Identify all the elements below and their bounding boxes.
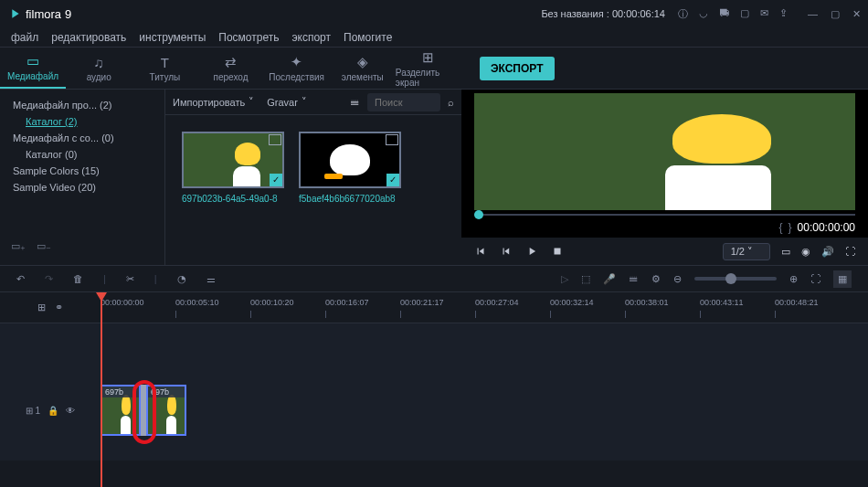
tree-project-media[interactable]: Медиафайл про... (2) xyxy=(5,97,159,113)
lock-icon[interactable]: 🔒 xyxy=(48,406,58,416)
ruler-tick: 00:00:10:20 xyxy=(250,298,294,307)
prev-frame-button[interactable] xyxy=(474,245,487,258)
zoom-out-icon[interactable]: ⊖ xyxy=(673,273,682,285)
cart-icon[interactable]: ⛟ xyxy=(719,7,729,21)
search-icon[interactable]: ⌕ xyxy=(448,97,454,108)
play-button[interactable] xyxy=(525,245,538,258)
tree-catalog-2[interactable]: Каталог (0) xyxy=(5,146,159,163)
playhead[interactable] xyxy=(101,292,102,487)
preview-timecode: 00:00:00:00 xyxy=(798,221,855,234)
search-input[interactable] xyxy=(367,93,440,111)
render-icon[interactable]: ▷ xyxy=(561,273,568,285)
save-icon[interactable]: ▢ xyxy=(740,7,749,21)
voiceover-icon[interactable]: ⬚ xyxy=(581,273,590,285)
gear-icon[interactable]: ⚙ xyxy=(651,273,661,285)
stop-button[interactable] xyxy=(551,245,564,258)
mic-icon[interactable]: ⇪ xyxy=(779,7,788,21)
ruler-tick: 00:00:38:01 xyxy=(625,298,669,307)
adjust-button[interactable]: ⚌ xyxy=(206,273,216,285)
volume-icon[interactable]: 🔊 xyxy=(821,246,834,258)
tab-transition[interactable]: ⇄переход xyxy=(197,48,263,89)
playback-controls: 1/2 ˅ ▭ ◉ 🔊 ⛶ xyxy=(461,238,868,265)
tab-elements[interactable]: ◈элементы xyxy=(330,48,396,89)
redo-button[interactable]: ↷ xyxy=(45,273,53,285)
timeline-toolbar: ↶ ↷ 🗑 | ✂ | ◔ ⚌ ▷ ⬚ 🎤 ⩸ ⚙ ⊖ ⊕ ⛶ ▦ xyxy=(0,265,868,292)
maximize-button[interactable]: ▢ xyxy=(831,8,840,20)
timeline-clip-1[interactable]: 697b xyxy=(101,385,141,436)
ruler-tick: 00:00:16:07 xyxy=(325,298,369,307)
zoom-in-icon[interactable]: ⊕ xyxy=(789,273,798,285)
media-tabs: ▭Медиафайл ♫аудио TТитулы ⇄переход ✦Посл… xyxy=(0,48,461,90)
zoom-fit-icon[interactable]: ⛶ xyxy=(810,273,820,284)
zoom-slider[interactable] xyxy=(694,277,777,281)
delete-button[interactable]: 🗑 xyxy=(73,273,83,284)
mic-icon-2[interactable]: 🎤 xyxy=(603,273,616,285)
close-button[interactable]: ✕ xyxy=(852,8,861,20)
tree-sample-video[interactable]: Sample Video (20) xyxy=(5,179,159,196)
mail-icon[interactable]: ✉ xyxy=(760,7,768,21)
ruler-tick: 00:00:48:21 xyxy=(775,298,819,307)
timeline-clip-2[interactable]: 697b xyxy=(146,385,186,436)
link-icon[interactable]: ⚭ xyxy=(55,302,63,313)
project-title: Без названия : 00:00:06:14 xyxy=(541,8,665,19)
chevron-down-icon: ˅ xyxy=(249,96,254,108)
media-clip-1[interactable]: ✓ 697b023b-64a5-49a0-8 xyxy=(182,132,284,204)
tree-sample-colors[interactable]: Sample Colors (15) xyxy=(5,163,159,179)
preview-progress[interactable] xyxy=(474,212,855,217)
filter-icon[interactable]: ⩸ xyxy=(350,97,360,108)
ruler-tick: 00:00:32:14 xyxy=(550,298,594,307)
export-button[interactable]: ЭКСПОРТ xyxy=(480,57,555,80)
media-clip-2[interactable]: ✓ f5baef4b6b6677020ab8 xyxy=(299,132,401,204)
mark-in-icon[interactable]: { xyxy=(779,221,783,234)
ruler-tick: 00:00:27:04 xyxy=(475,298,519,307)
tab-media[interactable]: ▭Медиафайл xyxy=(0,48,66,89)
browser-toolbar: Импортировать ˅ Gravar ˅ ⩸ ⌕ xyxy=(165,90,461,115)
menu-tools[interactable]: инструменты xyxy=(139,31,206,44)
mark-out-icon[interactable]: } xyxy=(789,221,792,234)
tab-effects[interactable]: ✦Последствия xyxy=(264,48,330,89)
speed-select[interactable]: 1/2 ˅ xyxy=(723,243,770,260)
media-tree: Медиафайл про... (2) Каталог (2) Медиафа… xyxy=(0,90,164,265)
new-folder-icon[interactable]: ▭₊ xyxy=(11,240,26,252)
chevron-down-icon: ˅ xyxy=(302,96,307,108)
fullscreen-icon[interactable]: ⛶ xyxy=(845,246,855,257)
ruler-tick: 00:00:43:11 xyxy=(700,298,744,307)
step-back-button[interactable] xyxy=(500,245,513,258)
timeline-tracks: ⊞ 1 🔒 👁 697b 697b xyxy=(0,323,868,461)
info-icon[interactable]: ⓘ xyxy=(678,7,688,21)
ruler-tick: 00:00:00:00 xyxy=(101,298,144,307)
delete-folder-icon[interactable]: ▭₋ xyxy=(37,240,51,252)
tree-shared-media[interactable]: Медиафайл с со... (0) xyxy=(5,130,159,146)
track-header-v1[interactable]: ⊞ 1 🔒 👁 xyxy=(0,406,101,416)
ruler-tick: 00:00:21:17 xyxy=(400,298,444,307)
tab-audio[interactable]: ♫аудио xyxy=(66,48,132,89)
ruler-tick: 00:00:05:10 xyxy=(175,298,219,307)
marker-button[interactable]: ◔ xyxy=(177,273,186,285)
tab-split[interactable]: ⊞Разделить экран xyxy=(396,48,461,89)
cut-button[interactable]: ✂ xyxy=(126,273,134,285)
mixer-icon[interactable]: ⩸ xyxy=(629,273,639,284)
tree-catalog[interactable]: Каталог (2) xyxy=(5,113,159,130)
settings-icon[interactable]: ▦ xyxy=(833,270,852,288)
media-thumbnails: ✓ 697b023b-64a5-49a0-8 ✓ f5baef4b6b66770… xyxy=(165,115,461,220)
menubar: файл редактировать инструменты Посмотрет… xyxy=(0,27,868,48)
menu-export[interactable]: экспорт xyxy=(291,31,331,44)
timeline-ruler[interactable]: ⊞ ⚭ 00:00:00:0000:00:05:1000:00:10:2000:… xyxy=(0,292,868,323)
display-icon[interactable]: ▭ xyxy=(781,246,790,258)
tab-titles[interactable]: TТитулы xyxy=(132,48,197,89)
menu-edit[interactable]: редактировать xyxy=(51,31,126,44)
user-icon[interactable]: ◡ xyxy=(699,7,708,21)
menu-view[interactable]: Посмотреть xyxy=(218,31,279,44)
menu-file[interactable]: файл xyxy=(11,31,38,44)
menu-help[interactable]: Помогите xyxy=(344,31,392,44)
minimize-button[interactable]: — xyxy=(808,8,818,20)
titlebar: filmora9 Без названия : 00:00:06:14 ⓘ ◡ … xyxy=(0,0,868,27)
app-logo: filmora9 xyxy=(7,6,71,21)
eye-icon[interactable]: 👁 xyxy=(66,406,75,416)
record-dropdown[interactable]: Gravar ˅ xyxy=(267,96,307,108)
snapshot-icon[interactable]: ◉ xyxy=(801,246,810,258)
track-manage-icon[interactable]: ⊞ xyxy=(37,302,46,313)
undo-button[interactable]: ↶ xyxy=(16,273,25,285)
import-dropdown[interactable]: Импортировать ˅ xyxy=(173,96,254,108)
preview-monitor[interactable] xyxy=(474,93,855,210)
